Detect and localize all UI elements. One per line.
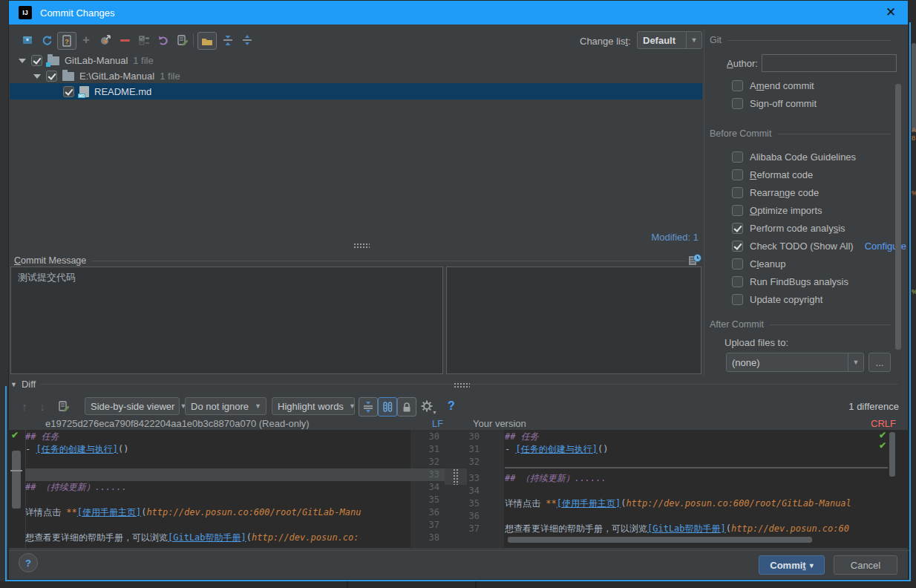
history-icon [688, 253, 701, 267]
show-unversioned-files-toggle[interactable]: ? [57, 32, 76, 50]
option-checkbox[interactable] [732, 187, 743, 198]
line-number: 38 [410, 532, 445, 544]
change-list-select[interactable]: Default ▼ [637, 31, 702, 49]
collapse-unchanged-button[interactable] [359, 397, 378, 416]
directory-name: E:\GitLab-Manual [79, 71, 154, 82]
viewer-mode-select[interactable]: Side-by-side viewer▼ [85, 397, 180, 415]
next-difference-button[interactable]: ↓ [33, 397, 51, 415]
right-editor-scrollbar[interactable] [889, 432, 895, 477]
minus-icon [120, 39, 130, 42]
markdown-link[interactable]: [使用手册主页] [77, 507, 141, 517]
line-number: 35 [410, 494, 445, 506]
title-bar[interactable]: IJ Commit Changes ✕ [9, 1, 908, 24]
diff-code-line: 详情点击 **[使用手册主页](http://dev.posun.co:600/… [505, 497, 851, 510]
option-checkbox[interactable] [732, 294, 743, 305]
collapse-all-button[interactable] [238, 32, 256, 48]
markdown-link[interactable]: [使用手册主页] [557, 498, 621, 509]
tree-row-directory[interactable]: E:\GitLab-Manual 1 file [33, 68, 180, 84]
close-icon[interactable]: ✕ [883, 4, 899, 21]
plus-icon: + [82, 33, 90, 48]
diff-right-pane[interactable]: ## 任务- [任务的创建与执行]()## （持续更新）......详情点击 *… [505, 430, 888, 548]
diff-code-line: ## （持续更新）...... [25, 481, 127, 494]
markdown-link[interactable]: [任务的创建与执行] [36, 444, 117, 454]
collapse-unchanged-icon [362, 401, 374, 413]
commit-changes-dialog: IJ Commit Changes ✕ ? + Change list: Def… [8, 0, 909, 580]
before-commit-options: Alibaba Code GuidelinesReformat codeRear… [732, 148, 906, 308]
panel-scrollbar[interactable] [895, 84, 901, 350]
tree-row-changelist[interactable]: GitLab-Manual 1 file [19, 53, 154, 68]
line-number: 34 [410, 481, 445, 494]
commit-message-editor[interactable]: 测试提交代码 [10, 267, 443, 374]
highlight-mode-select[interactable]: Highlight words▼ [272, 397, 355, 415]
diff-left-pane[interactable]: ## 任务- [任务的创建与执行]()## （持续更新）......详情点击 *… [25, 430, 410, 548]
option-checkbox[interactable] [732, 205, 743, 216]
option-checkbox[interactable] [732, 151, 743, 163]
directory-checkbox[interactable] [46, 71, 57, 82]
markdown-file-icon [79, 86, 89, 97]
synchronize-scrolling-toggle[interactable] [378, 397, 397, 416]
splitter-handle[interactable] [353, 243, 370, 248]
diff-settings-button[interactable]: ▼ [418, 397, 436, 415]
upload-more-button[interactable]: ... [868, 353, 891, 372]
markdown-link[interactable]: [GitLab帮助手册] [168, 532, 246, 543]
author-input[interactable] [762, 54, 897, 72]
collapse-all-icon [241, 34, 253, 46]
refresh-button[interactable] [38, 32, 56, 48]
right-editor-hscrollbar[interactable] [508, 537, 812, 543]
background-scrollbar[interactable] [912, 43, 916, 132]
checkbox-option-row: Perform code analysis [732, 219, 906, 237]
markdown-link[interactable]: [任务的创建与执行] [515, 444, 597, 454]
show-diff-button[interactable] [19, 32, 36, 48]
disable-editing-toggle[interactable] [397, 397, 416, 416]
after-commit-section-header: After Commit [710, 319, 891, 330]
ignore-whitespace-select[interactable]: Do not ignore▼ [185, 397, 266, 415]
viewer-mode-value: Side-by-side viewer [85, 401, 180, 412]
line-number: 36 [445, 510, 485, 523]
option-checkbox[interactable] [732, 169, 743, 180]
expand-arrow-icon[interactable] [19, 59, 26, 63]
diff-section-label: Diff [22, 379, 36, 390]
edit-source-button[interactable] [174, 32, 192, 48]
group-by-directory-toggle[interactable] [197, 32, 217, 50]
before-commit-label: Before Commit [710, 128, 771, 139]
background-code-fleck: % [912, 189, 916, 197]
changelist-checkbox[interactable] [31, 55, 42, 66]
previous-difference-button[interactable]: ↑ [16, 397, 33, 415]
background-code-fleck: A8 [912, 126, 916, 143]
checkbox-option-row: Amend commit [732, 76, 817, 94]
add-button[interactable]: + [77, 32, 95, 48]
commit-button[interactable]: Commit ▾ [759, 555, 825, 575]
refresh-icon [41, 34, 53, 46]
expand-arrow-icon[interactable] [33, 74, 41, 79]
file-checkbox[interactable] [63, 86, 74, 97]
cancel-button[interactable]: Cancel [834, 555, 897, 575]
option-label: Update copyright [750, 294, 822, 305]
chevron-down-icon: ▼ [432, 410, 437, 415]
expand-all-button[interactable] [219, 32, 237, 48]
diff-left-lineend[interactable]: LF [432, 418, 443, 429]
remove-button[interactable] [116, 32, 134, 48]
background-window-border-bottom [5, 580, 910, 581]
collapse-arrow-icon[interactable]: ▼ [10, 381, 17, 388]
diff-right-lineend[interactable]: CRLF [822, 418, 896, 429]
option-checkbox[interactable] [732, 276, 743, 287]
rollback-button[interactable] [154, 32, 172, 48]
help-button[interactable]: ? [19, 553, 38, 572]
splitter-handle[interactable] [454, 382, 470, 388]
changelist-button[interactable] [135, 32, 153, 48]
move-to-changelist-button[interactable] [96, 32, 114, 48]
diff-code-line: ## 任务 [25, 431, 59, 443]
option-label: Perform code analysis [750, 223, 845, 234]
markdown-link[interactable]: [GitLab帮助手册] [647, 523, 726, 534]
jump-to-source-button[interactable] [55, 397, 73, 415]
left-editor-scrollbar[interactable] [12, 451, 21, 509]
option-checkbox[interactable] [732, 80, 743, 91]
upload-files-select[interactable]: (none) ▼ [726, 353, 864, 372]
tree-row-file[interactable]: README.md [63, 84, 151, 99]
option-checkbox[interactable] [732, 241, 743, 252]
option-checkbox[interactable] [732, 223, 743, 234]
option-checkbox[interactable] [732, 98, 743, 109]
git-options-list: Amend commitSign-off commit [732, 76, 817, 112]
diff-help-button[interactable]: ? [442, 397, 460, 415]
option-checkbox[interactable] [732, 258, 743, 270]
